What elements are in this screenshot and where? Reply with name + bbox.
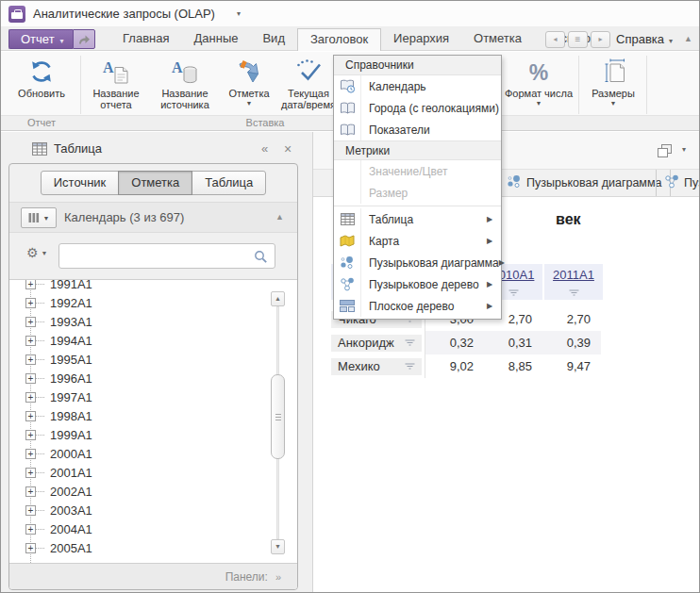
filter-icon[interactable] [405,336,415,350]
search-icon[interactable] [254,250,268,267]
menu-item[interactable]: Плоское дерево▶ [334,295,501,317]
expand-icon[interactable] [25,486,36,497]
menu-item[interactable]: Календарь [334,75,501,97]
close-panel-icon[interactable]: × [284,137,292,161]
app-icon [8,6,25,23]
sizes-button[interactable]: Размеры ▼ [582,54,644,114]
expand-icon[interactable] [25,392,36,403]
filter-icon[interactable] [405,359,415,373]
ribbon-tab[interactable]: Иерархия [381,27,461,51]
ribbon-tab[interactable]: Главная [110,27,181,51]
chevron-down-icon: ▼ [42,250,48,256]
expand-icon[interactable] [25,411,36,421]
report-name-button[interactable]: A Название отчета [84,54,148,114]
tree-item[interactable]: 1997A1 [9,387,297,406]
source-name-button[interactable]: A Название источника [150,54,220,114]
column-header-link[interactable]: 2011A1 [553,268,594,282]
filter-icon[interactable] [569,286,579,300]
chevron-down-icon[interactable]: ▾ [682,145,686,154]
panel-tab[interactable]: Источник [41,171,120,195]
report-menu-button[interactable]: Отчет▾ [8,29,95,49]
menu-item[interactable]: Города (с геолокациями) [334,97,501,119]
expand-icon[interactable] [25,373,36,384]
scroll-down-button[interactable]: ▼ [271,539,285,554]
tree-item[interactable]: 2001A1 [9,463,297,482]
scroll-up-button[interactable]: ▲ [271,291,285,306]
search-box [58,243,275,269]
refresh-button[interactable]: Обновить [7,54,76,114]
expand-icon[interactable] [25,336,36,346]
tree-item[interactable]: 2000A1 [9,444,297,463]
row-header-chip[interactable]: Анкоридж [331,335,422,352]
ribbon-tab[interactable]: Вид [250,27,297,51]
menu-item[interactable]: Карта▶ [334,230,501,252]
row-header-chip[interactable]: Мехико [331,358,422,375]
scroll-left-button[interactable]: ◂ [545,31,565,48]
expand-icon[interactable] [25,468,36,478]
collapse-section-icon[interactable]: ▲ [275,203,284,232]
tree-item-label: 2001A1 [44,466,92,480]
tree-item[interactable]: 2003A1 [9,501,297,519]
expand-icon[interactable] [25,543,36,553]
menu-item[interactable]: Показатели [334,119,501,140]
menu-item[interactable]: Таблица▶ [334,208,501,230]
number-format-button[interactable]: % Формат числа ▼ [503,54,575,114]
cascade-windows-icon[interactable] [658,144,671,156]
ribbon-tab[interactable]: Данные [181,27,250,51]
expand-icon[interactable] [25,449,36,459]
tree-item[interactable]: 1994A1 [9,331,297,350]
chevron-down-icon: ▾ [669,37,673,45]
view-tab[interactable]: Пузырьковая диаграмма [498,170,671,196]
view-tab[interactable]: Пузырьковое дерево [656,170,699,196]
tree-item[interactable]: 1993A1 [9,312,297,331]
datetime-button[interactable]: Текущая дата/время [278,54,339,114]
table-row: Анкоридж0,320,310,39 [331,331,603,354]
search-input[interactable] [65,247,249,265]
menu-item[interactable]: Пузырьковое дерево▶ [334,273,501,295]
panel-tab[interactable]: Отметка [118,171,192,195]
scroll-right-button[interactable]: ▸ [591,31,610,48]
filter-icon[interactable] [508,286,519,300]
expand-icon[interactable] [25,505,36,516]
expand-icon[interactable] [25,317,36,327]
tree-item[interactable]: 1999A1 [9,425,297,444]
tab-list-button[interactable]: ≡ [568,31,588,48]
row-values: 9,028,859,47 [425,354,601,378]
panel-tab[interactable]: Таблица [192,171,266,195]
redo-arrow-button[interactable] [73,29,95,49]
tree-item-label: 1997A1 [44,390,92,404]
expand-icon[interactable] [25,524,36,535]
tree-item[interactable]: 1995A1 [9,350,297,369]
gear-button[interactable]: ⚙▼ [26,245,48,260]
expand-icon[interactable] [25,279,36,289]
gear-icon: ⚙ [26,245,39,260]
tree-item[interactable]: 1991A1 [9,279,297,293]
expand-icon[interactable] [25,430,36,440]
ribbon-tab[interactable]: Отметка [461,27,534,51]
tree-item[interactable]: 2002A1 [9,482,297,501]
tree-item[interactable]: 2004A1 [9,519,297,538]
tree-item[interactable]: 1992A1 [9,293,297,312]
title-caret-icon[interactable]: ▾ [237,1,241,27]
expand-icon[interactable] [25,298,36,308]
columns-view-button[interactable]: ▼ [21,207,57,228]
scrollbar-thumb[interactable] [271,374,285,459]
insert-dropdown-menu: СправочникиКалендарьГорода (с геолокация… [333,55,502,320]
expand-icon[interactable] [25,354,36,365]
collapse-ribbon-button[interactable]: ▲ [684,27,692,51]
help-button[interactable]: Справка▾ [616,27,673,53]
tree-item[interactable]: 1998A1 [9,406,297,425]
mark-button[interactable]: Отметка ▼ [222,54,276,114]
tree-connector [36,416,44,417]
menu-item[interactable]: Пузырьковая диаграмма▶ [334,252,501,273]
tree-connector [36,284,44,285]
tree-item[interactable]: 2005A1 [9,538,297,557]
ribbon-tab[interactable]: Заголовок [297,28,381,51]
collapse-panel-icon[interactable]: « [261,137,268,161]
expand-panels-icon[interactable]: » [275,571,281,583]
tree-item[interactable]: 1996A1 [9,369,297,387]
menu-item-label: Показатели [361,124,487,137]
tree-item-label: 2000A1 [44,447,92,461]
source-name-icon: A [150,54,220,86]
book-clock-icon [334,75,361,97]
